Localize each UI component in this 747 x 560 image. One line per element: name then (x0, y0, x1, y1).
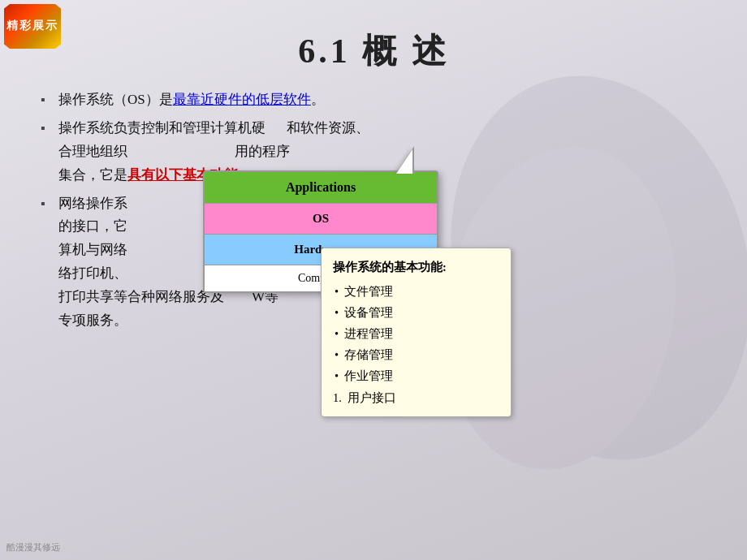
tooltip-title: 操作系统的基本功能: (333, 256, 499, 278)
link-1: 最靠近硬件的低层软件 (173, 92, 311, 107)
slide: 精彩 展示 6.1 概 述 操作系统（OS）是最靠近硬件的低层软件。 操作系统负… (0, 0, 747, 560)
tooltip-item: 作业管理 (333, 365, 499, 386)
tooltip-item: 存储管理 (333, 344, 499, 365)
list-item: 操作系统（OS）是最靠近硬件的低层软件。 (41, 88, 706, 112)
badge: 精彩 展示 (4, 4, 69, 53)
layer-os: OS (205, 204, 437, 235)
watermark: 酷漫漫其修远 (6, 541, 60, 554)
tooltip-item: 文件管理 (333, 281, 499, 302)
layer-applications: Applications (205, 172, 437, 204)
tooltip-item: 设备管理 (333, 302, 499, 323)
tooltip-item: 进程管理 (333, 323, 499, 344)
tooltip-box: 操作系统的基本功能: 文件管理 设备管理 进程管理 存储管理 作业管理 1. 用… (321, 248, 512, 417)
tooltip-list: 文件管理 设备管理 进程管理 存储管理 作业管理 1. 用户接口 (333, 281, 499, 408)
bullet-text-1: 操作系统（OS）是 (58, 92, 173, 107)
tooltip-item-numbered: 1. 用户接口 (333, 387, 499, 408)
badge-label: 精彩 展示 (4, 4, 61, 49)
